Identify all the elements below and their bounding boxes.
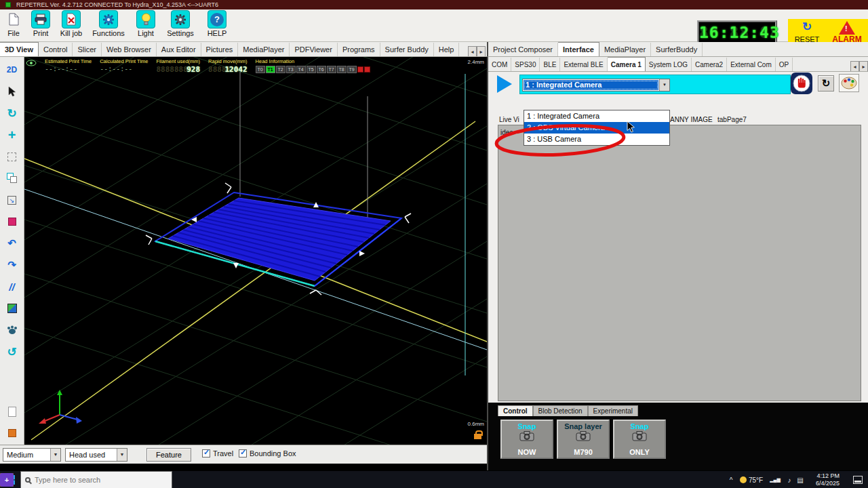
print-button[interactable]: Print [27, 10, 54, 37]
view-2d-button[interactable]: 2D [2, 60, 22, 80]
subtab-external-com[interactable]: External Com [727, 58, 776, 72]
head-alert-icon [357, 66, 363, 73]
rapid-move-readout: Rapid move(mm) 8888812042 [208, 58, 248, 74]
paw-tool-button[interactable] [2, 320, 22, 340]
tab-page7[interactable]: tabPage7 [717, 116, 747, 123]
head-t3[interactable]: T3 [286, 66, 296, 73]
head-t8[interactable]: T8 [337, 66, 347, 73]
subtab-external-ble[interactable]: External BLE [560, 58, 607, 72]
tab-canny-image[interactable]: ANNY IMAGE [670, 116, 713, 123]
tab-surferbuddy-right[interactable]: SurferBuddy [651, 43, 703, 57]
tab-project-composer[interactable]: Project Composer [488, 43, 558, 57]
head-used-select[interactable]: Head used ▼ [65, 448, 127, 462]
weather-widget[interactable]: 75°F [736, 471, 766, 488]
subtab-com[interactable]: COM [488, 58, 511, 72]
combo-dropdown-icon[interactable]: ▼ [659, 79, 669, 91]
rotate-view-button[interactable]: ↻ [2, 103, 22, 123]
subtab-sps30[interactable]: SPS30 [511, 58, 540, 72]
file-button[interactable]: File [3, 10, 24, 37]
undo-button[interactable]: ↶ [2, 233, 22, 253]
tab-pictures[interactable]: Pictures [201, 43, 239, 57]
head-t1[interactable]: T1 [266, 66, 275, 73]
lock-icon[interactable] [474, 434, 481, 439]
3d-viewport[interactable]: Estimated Print Time --:--:-- Calculated… [24, 57, 487, 445]
orbit-button[interactable]: ↺ [2, 342, 22, 362]
help-button[interactable]: ? HELP [202, 10, 232, 37]
subtab-camera1[interactable]: Camera 1 [608, 57, 646, 72]
marquee-icon [7, 152, 16, 161]
head-t5[interactable]: T5 [307, 66, 316, 73]
option-integrated-camera[interactable]: 1 : Integrated Camera [524, 110, 669, 122]
notes-button[interactable] [2, 401, 22, 422]
subtab-system-log[interactable]: System LOG [646, 58, 692, 72]
visibility-eye-icon[interactable] [26, 60, 37, 66]
travel-checkbox[interactable]: ✓Travel [202, 449, 233, 458]
move-view-button[interactable]: + [2, 125, 22, 145]
functions-button[interactable]: Functions [89, 10, 128, 37]
head-t6[interactable]: T6 [317, 66, 326, 73]
tab-control[interactable]: Control [498, 405, 533, 416]
play-button[interactable] [497, 75, 512, 93]
head-t9[interactable]: T9 [347, 66, 357, 73]
head-t2[interactable]: T2 [276, 66, 285, 73]
tab-aux-editor[interactable]: Aux Editor [157, 43, 201, 57]
model-cube-button[interactable] [2, 298, 22, 319]
parallel-lines-button[interactable]: // [2, 277, 22, 297]
snap-only-button[interactable]: Snap ONLY [613, 420, 666, 459]
palette-button[interactable] [839, 74, 859, 92]
select-cursor-button[interactable] [2, 81, 22, 102]
tab-help[interactable]: Help [434, 43, 460, 57]
tab-scroll-left-button[interactable]: ◂ [468, 46, 477, 57]
taskbar-app-icon[interactable]: + [0, 473, 14, 487]
subtab-scroll-right-button[interactable]: ▸ [859, 61, 868, 72]
tray-misc-icon[interactable]: ▤ [795, 471, 806, 488]
taskbar-clock[interactable]: 4:12 PM 6/4/2025 [816, 472, 840, 487]
tab-blob-detection[interactable]: Blob Detection [533, 405, 588, 416]
tab-experimental[interactable]: Experimental [588, 405, 638, 416]
subtab-ble[interactable]: BLE [540, 58, 560, 72]
option-obs-virtual-camera[interactable]: 2 : OBS Virtual Camera [524, 122, 669, 134]
show-hidden-icons-button[interactable]: ^ [726, 471, 736, 488]
duplicate-button[interactable] [2, 168, 22, 188]
hazard-button[interactable] [2, 423, 22, 443]
tab-pdfviewer[interactable]: PDFViewer [290, 43, 337, 57]
tab-mediaplayer-right[interactable]: MediaPlayer [599, 43, 651, 57]
settings-button[interactable]: Settings [163, 10, 198, 37]
tab-slicer[interactable]: Slicer [73, 43, 102, 57]
option-usb-camera[interactable]: 3 : USB Camera [524, 134, 669, 145]
redo-button[interactable]: ↷ [2, 255, 22, 275]
bounding-box-checkbox[interactable]: ✓Bounding Box [239, 449, 296, 458]
subtab-scroll-left-button[interactable]: ◂ [850, 61, 859, 72]
light-button[interactable]: Light [132, 10, 160, 37]
snap-now-button[interactable]: Snap NOW [500, 420, 553, 459]
tab-control[interactable]: Control [39, 43, 73, 57]
export-box-button[interactable]: ↘ [2, 190, 22, 210]
head-t0[interactable]: T0 [256, 66, 265, 73]
feature-type-button[interactable]: Feature Type [146, 448, 191, 462]
color-swatch-button[interactable] [2, 211, 22, 232]
camera-source-combobox[interactable]: 1 : Integrated Camera ▼ [522, 79, 670, 92]
subtab-op[interactable]: OP [776, 58, 793, 72]
marquee-select-button[interactable] [2, 146, 22, 167]
tab-3d-view[interactable]: 3D View [0, 42, 39, 57]
action-center-icon[interactable] [853, 476, 863, 484]
tab-surfer-buddy[interactable]: Surfer Buddy [380, 43, 434, 57]
subtab-camera2[interactable]: Camera2 [692, 58, 727, 72]
tab-mediaplayer[interactable]: MediaPlayer [238, 43, 290, 57]
search-input[interactable] [35, 476, 157, 484]
stop-button[interactable] [791, 73, 812, 94]
tab-web-browser[interactable]: Web Browser [102, 43, 157, 57]
head-t7[interactable]: T7 [327, 66, 336, 73]
tab-programs[interactable]: Programs [338, 43, 380, 57]
tab-scroll-right-button[interactable]: ▸ [477, 46, 486, 57]
kill-job-button[interactable]: Kill job [56, 10, 87, 37]
quality-select[interactable]: Medium ▼ [3, 448, 61, 462]
snap-layer-button[interactable]: Snap layer M790 [557, 420, 610, 459]
head-t4[interactable]: T4 [296, 66, 306, 73]
add-button[interactable]: ↻ [818, 75, 834, 92]
network-icon[interactable]: ▂▄▆ [768, 471, 783, 488]
tab-interface[interactable]: Interface [558, 42, 599, 57]
camera-video-area[interactable] [498, 125, 861, 401]
volume-icon[interactable]: ♪ [784, 471, 795, 488]
taskbar-search[interactable] [20, 471, 172, 488]
